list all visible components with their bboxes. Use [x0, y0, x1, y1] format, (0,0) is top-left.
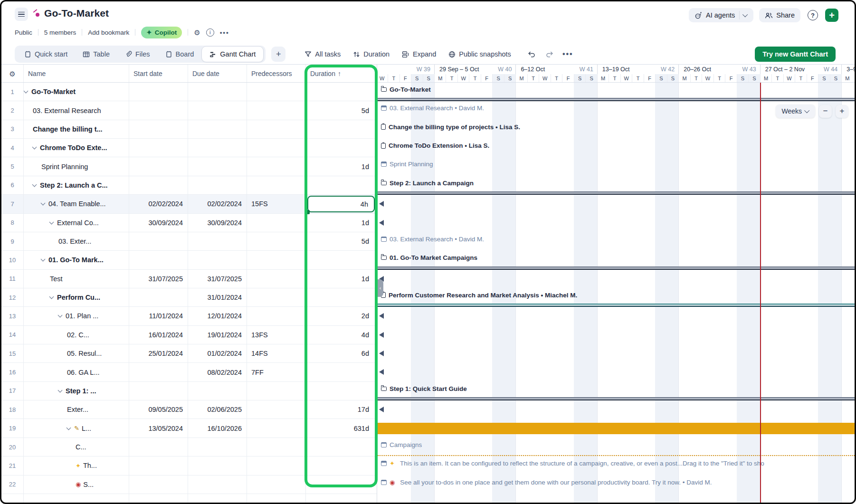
- start-date-cell[interactable]: 02/02/2024: [129, 195, 188, 213]
- task-name-cell[interactable]: 01. Plan ...: [23, 307, 129, 325]
- duration-cell[interactable]: 17d: [305, 400, 377, 418]
- due-date-cell[interactable]: 12/01/2024: [188, 307, 247, 325]
- column-header-start[interactable]: Start date: [133, 65, 162, 83]
- due-date-cell[interactable]: [188, 232, 247, 250]
- help-button[interactable]: ?: [806, 9, 819, 22]
- task-name-cell[interactable]: 03. External Research: [23, 101, 129, 119]
- predecessors-cell[interactable]: [247, 475, 305, 494]
- table-row[interactable]: 4Chrome ToDo Exte...: [1, 139, 377, 157]
- duration-cell[interactable]: [305, 288, 377, 306]
- start-date-cell[interactable]: [129, 251, 188, 269]
- gantt-row[interactable]: [377, 363, 856, 381]
- hamburger-menu-icon[interactable]: [15, 8, 28, 21]
- due-date-cell[interactable]: [188, 475, 247, 494]
- table-settings-gear-icon[interactable]: ⚙: [9, 70, 15, 77]
- due-date-cell[interactable]: 30/09/2024: [188, 214, 247, 232]
- table-row[interactable]: 21✦Th...: [1, 456, 377, 475]
- predecessors-cell[interactable]: 13FS: [247, 326, 305, 344]
- start-date-cell[interactable]: 11/01/2024: [129, 307, 188, 325]
- predecessors-cell[interactable]: [247, 288, 305, 306]
- table-row[interactable]: 18Exter...09/05/202502/06/202517d: [1, 400, 377, 419]
- chevron-down-icon[interactable]: [67, 425, 71, 430]
- due-date-cell[interactable]: [188, 251, 247, 269]
- more-options-icon[interactable]: •••: [220, 29, 229, 36]
- predecessors-cell[interactable]: [247, 139, 305, 157]
- column-header-due[interactable]: Due date: [192, 65, 219, 83]
- task-name-cell[interactable]: Exter...: [23, 400, 129, 418]
- gantt-task-label[interactable]: 03. External Research • David M.: [381, 236, 484, 243]
- due-date-cell[interactable]: 02/06/2025: [188, 400, 247, 418]
- duration-cell[interactable]: [305, 456, 377, 475]
- task-name-cell[interactable]: 04. Team Enable...: [23, 195, 129, 213]
- due-date-cell[interactable]: [188, 456, 247, 475]
- gear-icon[interactable]: ⚙: [194, 29, 200, 36]
- duration-cell[interactable]: [305, 475, 377, 494]
- due-date-cell[interactable]: 02/02/2024: [188, 195, 247, 213]
- gantt-row[interactable]: 01. Go-To Market Campaigns: [377, 251, 856, 269]
- gantt-row[interactable]: [377, 326, 856, 344]
- table-row[interactable]: 903. Exter...5d: [1, 232, 377, 251]
- gantt-row[interactable]: Sprint Planning: [377, 157, 856, 176]
- due-date-cell[interactable]: [188, 438, 247, 456]
- duration-cell[interactable]: 4d: [305, 326, 377, 344]
- duration-cell[interactable]: 6d: [305, 344, 377, 362]
- zoom-out-button[interactable]: −: [819, 105, 832, 118]
- gantt-row[interactable]: Step 2: Launch a Campaign: [377, 176, 856, 195]
- due-date-cell[interactable]: 31/07/2025: [188, 270, 247, 288]
- gantt-task-bar[interactable]: [377, 423, 856, 434]
- start-date-cell[interactable]: [129, 83, 188, 101]
- predecessors-cell[interactable]: 7FF: [247, 363, 305, 381]
- duration-cell[interactable]: [305, 176, 377, 194]
- gantt-row[interactable]: [377, 270, 856, 288]
- toolbar-more-icon[interactable]: •••: [562, 50, 573, 58]
- task-name-cell[interactable]: 02. C...: [23, 326, 129, 344]
- start-date-cell[interactable]: 16/01/2024: [129, 326, 188, 344]
- offscreen-left-arrow-icon[interactable]: [379, 332, 384, 338]
- due-date-cell[interactable]: 19/01/2024: [188, 326, 247, 344]
- task-name-cell[interactable]: Chrome ToDo Exte...: [23, 139, 129, 157]
- predecessors-cell[interactable]: 15FS: [247, 195, 305, 213]
- gantt-task-label[interactable]: ◉See all your to-dos in one place and ge…: [381, 479, 712, 486]
- due-date-cell[interactable]: [188, 83, 247, 101]
- gantt-task-label[interactable]: Chrome ToDo Extension • Lisa S.: [381, 142, 489, 149]
- task-name-cell[interactable]: ◉S...: [23, 475, 129, 494]
- gantt-task-label[interactable]: 03. External Research • David M.: [381, 105, 484, 112]
- selection-handle[interactable]: [305, 210, 310, 214]
- add-view-button[interactable]: +: [271, 47, 285, 62]
- tab-table[interactable]: Table: [75, 46, 117, 63]
- action-public-snapshots[interactable]: Public snapshots: [448, 50, 511, 58]
- table-row[interactable]: 17Step 1: ...: [1, 382, 377, 400]
- start-date-cell[interactable]: [129, 120, 188, 138]
- gantt-row[interactable]: [377, 344, 856, 363]
- chevron-down-icon[interactable]: [32, 182, 37, 187]
- offscreen-left-arrow-icon[interactable]: [379, 220, 384, 226]
- gantt-row[interactable]: Go-To-Market: [377, 83, 856, 101]
- gantt-row[interactable]: Step 1: Quick Start Guide: [377, 382, 856, 400]
- column-header-predecessors[interactable]: Predecessors: [251, 65, 292, 83]
- tab-quick-start[interactable]: Quick start: [17, 46, 75, 63]
- due-date-cell[interactable]: [188, 382, 247, 400]
- offscreen-left-arrow-icon[interactable]: [379, 369, 384, 375]
- offscreen-left-arrow-icon[interactable]: [379, 351, 384, 356]
- due-date-cell[interactable]: 01/02/2024: [188, 344, 247, 362]
- duration-cell[interactable]: 1d: [305, 270, 377, 288]
- predecessors-cell[interactable]: [247, 176, 305, 194]
- predecessors-cell[interactable]: [247, 83, 305, 101]
- column-header-duration[interactable]: Duration↑: [310, 65, 341, 83]
- predecessors-cell[interactable]: [247, 419, 305, 437]
- table-row[interactable]: 22◉S...: [1, 475, 377, 494]
- start-date-cell[interactable]: [129, 232, 188, 250]
- task-name-cell[interactable]: C...: [23, 438, 129, 456]
- table-row[interactable]: 1505. Resul...25/01/202401/02/202414FS6d: [1, 344, 377, 363]
- share-button[interactable]: Share: [759, 8, 800, 22]
- offscreen-left-arrow-icon[interactable]: [379, 201, 384, 207]
- task-name-cell[interactable]: Perform Cu...: [23, 288, 129, 306]
- task-name-cell[interactable]: ✦Th...: [23, 456, 129, 475]
- selected-duration-cell[interactable]: 4h: [307, 196, 375, 212]
- duration-cell[interactable]: 1d: [305, 214, 377, 232]
- gantt-row[interactable]: [377, 400, 856, 419]
- table-row[interactable]: 20C...: [1, 438, 377, 456]
- task-name-cell[interactable]: Go-To-Market: [23, 83, 129, 101]
- try-new-gantt-button[interactable]: Try new Gantt Chart: [755, 47, 836, 62]
- predecessors-cell[interactable]: [247, 456, 305, 475]
